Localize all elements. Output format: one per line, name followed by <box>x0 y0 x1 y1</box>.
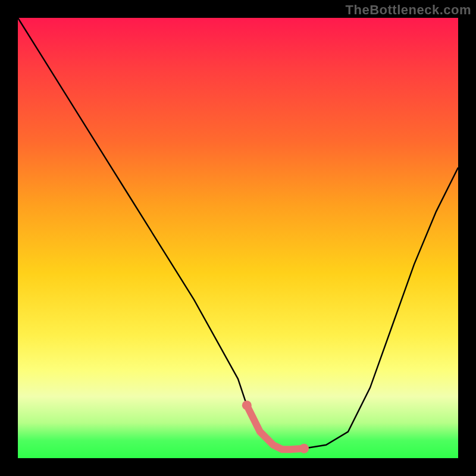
curve-line <box>18 18 458 449</box>
plot-area <box>18 18 458 458</box>
bottleneck-curve <box>18 18 458 458</box>
highlight-dot-right <box>299 444 309 453</box>
highlight-dot-left <box>242 400 252 410</box>
watermark-text: TheBottleneck.com <box>346 2 471 18</box>
curve-highlight <box>247 405 304 449</box>
chart-frame: TheBottleneck.com <box>0 0 476 476</box>
